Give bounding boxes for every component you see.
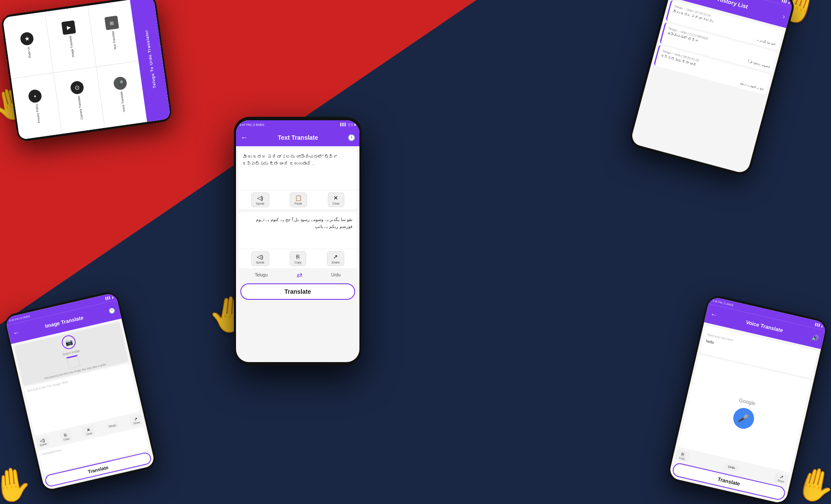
speak-output-button[interactable]: ◁) Speak: [251, 251, 269, 266]
input-action-bar: ◁) Speak 📋 Paste ✕ Clear: [239, 190, 357, 209]
voice-share-button[interactable]: ↗ Share: [773, 472, 789, 485]
google-mic-button[interactable]: 🎤: [731, 406, 756, 431]
clear-label: Clear: [333, 202, 340, 205]
hand-image: 🤚: [0, 464, 34, 504]
image-clear-button[interactable]: ✕ Clear: [82, 425, 95, 437]
battery-icon: ▮: [354, 123, 356, 126]
copy-button[interactable]: ⎘ Copy: [290, 251, 306, 266]
main-header: ← Text Translate 🕐: [236, 129, 359, 146]
translate-button[interactable]: Translate: [240, 283, 355, 300]
main-status-time: 2:47 PM | 2.5KB/S: [239, 123, 264, 126]
lang-to-label[interactable]: Urdu: [331, 273, 341, 277]
image-share-button[interactable]: ↗ Share: [129, 414, 143, 427]
voice-copy-button[interactable]: ⎘ Copy: [675, 449, 690, 462]
voice-copy-label: Copy: [679, 456, 685, 460]
input-area[interactable]: మీరు ఇతర పరిణా’కలను రూపొందించడంలో° టిపీగ…: [239, 149, 357, 190]
star-icon: ★: [19, 32, 34, 46]
voice-share-label: Share: [777, 479, 784, 483]
paste-label: Paste: [294, 202, 302, 205]
voice-lang-label: Urdu: [724, 462, 739, 472]
menu-item-camera[interactable]: ⊙ Camera Translate: [54, 67, 104, 134]
image-translate-icon: ▶: [61, 20, 76, 35]
speak-input-button[interactable]: ◁) Speak: [251, 193, 269, 207]
speak-output-label: Speak: [256, 261, 265, 264]
voice-status-icons: ▌▌▌▮: [815, 323, 823, 327]
copy-label: Copy: [294, 261, 301, 264]
main-header-title: Text Translate: [252, 134, 344, 141]
output-action-bar: ◁) Speak ⎘ Copy ↗ Share: [239, 249, 357, 268]
language-bar: Telugu ⇄ Urdu: [236, 268, 359, 282]
lang-swap-icon[interactable]: ⇄: [297, 271, 302, 279]
menu-item-image-translate[interactable]: ▶ Image Translate: [45, 6, 96, 72]
image-status-icons: ▌▌▌▮: [105, 295, 113, 300]
signal-icon: ▌▌▌: [340, 123, 347, 126]
back-button[interactable]: ←: [240, 133, 248, 142]
rate-us-label: Rate Us: [27, 47, 31, 58]
speak-output-icon: ◁): [257, 254, 263, 260]
lang-from-label[interactable]: Telugu: [255, 273, 267, 277]
paste-button[interactable]: 📋 Paste: [290, 193, 307, 207]
main-screen: 2:47 PM | 2.5KB/S ▌▌▌ ((·)) ▮ ← Text Tra…: [236, 120, 359, 362]
google-label: Google: [738, 397, 756, 406]
camera-icon: ⊙: [70, 80, 85, 95]
share-output-label: Share: [332, 261, 340, 264]
clear-icon: ✕: [333, 195, 338, 201]
voice-back-button[interactable]: ←: [710, 310, 718, 319]
image-copy-label: Copy: [63, 437, 70, 441]
output-area: تقو سا یگدنز بے وصومے رسود بل آ جح یے کت…: [239, 212, 357, 249]
select-image-icon: 📷: [60, 334, 77, 350]
voice-icon: 🎤: [113, 76, 128, 91]
text-translate-label: Text Translate: [111, 31, 117, 50]
menu-item-voice[interactable]: 🎤 Voice Translate: [97, 61, 147, 128]
voice-copy-icon: ⎘: [681, 452, 685, 457]
main-status-bar: 2:47 PM | 2.5KB/S ▌▌▌ ((·)) ▮: [236, 120, 359, 129]
speak-input-label: Speak: [256, 202, 265, 205]
image-share-icon: ↗: [133, 416, 138, 422]
image-history-icon[interactable]: 🕐: [108, 307, 116, 315]
menu-title: Telugu To Urdu Translator: [144, 30, 157, 89]
image-copy-icon: ⎘: [64, 433, 67, 438]
image-lang-label: Telugu: [105, 422, 119, 430]
history-more-icon[interactable]: ›: [782, 13, 786, 20]
menu-item-rate-us[interactable]: ★ Rate Us: [3, 12, 53, 78]
main-status-icons: ▌▌▌ ((·)) ▮: [340, 123, 356, 126]
output-text: تقو سا یگدنز بے وصومے رسود بل آ جح یے کت…: [243, 216, 352, 230]
history-status-icons: ▌▌▌▮: [782, 0, 790, 4]
speak-input-icon: ◁): [257, 195, 263, 201]
phone-main: 2:47 PM | 2.5KB/S ▌▌▌ ((·)) ▮ ← Text Tra…: [234, 117, 362, 366]
privacy-icon: •: [28, 89, 42, 103]
copy-icon: ⎘: [296, 254, 300, 260]
menu-grid: ★ Rate Us ▶ Image Translate ⊞ Text Trans…: [3, 0, 147, 140]
input-text: మీరు ఇతర పరిణా’కలను రూపొందించడంలో° టిపీగ…: [243, 153, 352, 167]
text-translate-icon: ⊞: [104, 16, 119, 30]
share-output-button[interactable]: ↗ Share: [327, 251, 345, 266]
voice-speaker-icon: 🔊: [811, 334, 820, 342]
wifi-icon: ((·)): [348, 123, 353, 126]
image-share-label: Share: [133, 421, 140, 425]
clear-button[interactable]: ✕ Clear: [328, 193, 345, 207]
image-translate-label: Image Translate: [68, 35, 74, 58]
share-output-icon: ↗: [333, 254, 338, 260]
privacy-label: Privacy Policy: [35, 104, 40, 123]
image-copy-button[interactable]: ⎘ Copy: [59, 430, 73, 443]
loading-spinner: [66, 355, 81, 369]
image-clear-icon: ✕: [86, 427, 91, 433]
paste-icon: 📋: [295, 195, 302, 201]
history-icon[interactable]: 🕐: [348, 134, 355, 141]
voice-label: Voice Translate: [120, 91, 126, 112]
voice-share-icon: ↗: [779, 474, 784, 480]
menu-item-privacy-policy[interactable]: • Privacy Policy: [11, 73, 62, 140]
camera-label: Camera Translate: [77, 96, 84, 120]
menu-item-text-translate[interactable]: ⊞ Text Translate: [88, 0, 139, 67]
image-speak-button[interactable]: ◁) Speak: [36, 435, 50, 448]
phone-menu: Telugu To Urdu Translator ★ Rate Us ▶ Im…: [0, 0, 173, 142]
image-back-button[interactable]: ←: [12, 328, 21, 337]
